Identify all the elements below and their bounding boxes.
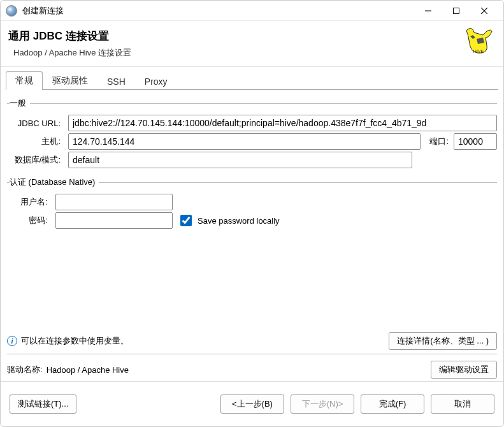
username-label: 用户名:: [7, 196, 50, 208]
close-icon: [481, 8, 487, 14]
page-title: 通用 JDBC 连接设置: [8, 29, 464, 43]
tab-proxy[interactable]: Proxy: [135, 73, 177, 90]
save-password-label: Save password locally: [198, 216, 280, 226]
dialog-window: 创建新连接 通用 JDBC 连接设置 Hadoop / Apache Hive …: [0, 0, 504, 427]
titlebar: 创建新连接: [1, 1, 503, 21]
hive-logo-icon: HIVE: [464, 26, 493, 55]
database-input[interactable]: [68, 152, 412, 168]
password-label: 密码:: [7, 215, 50, 226]
svg-rect-1: [454, 8, 459, 13]
cancel-button[interactable]: 取消: [431, 394, 494, 414]
maximize-button[interactable]: [442, 1, 470, 20]
password-input[interactable]: [55, 212, 173, 229]
group-general-legend: 一般: [10, 98, 30, 109]
edit-driver-button[interactable]: 编辑驱动设置: [431, 361, 497, 379]
info-icon: i: [7, 336, 17, 346]
dialog-header: 通用 JDBC 连接设置 Hadoop / Apache Hive 连接设置 H…: [1, 21, 503, 67]
group-general: 一般 JDBC URL: 主机: 端口: 数据库/模式:: [7, 98, 497, 170]
next-button[interactable]: 下一步(N)>: [291, 394, 354, 414]
group-auth-legend: 认证 (Database Native): [10, 177, 99, 188]
minimize-button[interactable]: [414, 1, 442, 20]
tab-bar: 常规 驱动属性 SSH Proxy: [1, 67, 503, 89]
maximize-icon: [453, 8, 459, 14]
test-connection-button[interactable]: 测试链接(T)...: [10, 394, 76, 414]
minimize-icon: [425, 8, 431, 14]
tab-content: 一般 JDBC URL: 主机: 端口: 数据库/模式: 认证 (Databas…: [1, 90, 503, 381]
driver-name-label: 驱动名称:: [7, 364, 43, 375]
port-input[interactable]: [454, 133, 497, 150]
app-icon: [6, 5, 17, 17]
tab-general[interactable]: 常规: [6, 71, 43, 90]
save-password-checkbox[interactable]: [180, 215, 192, 226]
host-label: 主机:: [7, 136, 63, 147]
driver-name-value: Hadoop / Apache Hive: [47, 365, 129, 375]
finish-button[interactable]: 完成(F): [361, 394, 424, 414]
close-button[interactable]: [470, 1, 498, 20]
group-auth: 认证 (Database Native) 用户名: 密码: Save passw…: [7, 177, 497, 231]
window-title: 创建新连接: [22, 5, 64, 17]
port-label: 端口:: [429, 136, 449, 147]
database-label: 数据库/模式:: [7, 154, 63, 166]
tab-driver-properties[interactable]: 驱动属性: [43, 71, 97, 90]
page-subtitle: Hadoop / Apache Hive 连接设置: [13, 47, 464, 59]
dialog-footer: 测试链接(T)... <上一步(B) 下一步(N)> 完成(F) 取消: [1, 381, 503, 426]
tab-ssh[interactable]: SSH: [97, 73, 135, 90]
username-input[interactable]: [55, 194, 173, 210]
variables-hint: 可以在连接参数中使用变量。: [21, 335, 129, 347]
host-input[interactable]: [68, 133, 421, 150]
svg-text:HIVE: HIVE: [473, 49, 484, 54]
back-button[interactable]: <上一步(B): [220, 394, 284, 414]
jdbc-url-label: JDBC URL:: [7, 119, 63, 128]
connection-details-button[interactable]: 连接详情(名称、类型 ... ): [389, 332, 497, 350]
jdbc-url-input[interactable]: [68, 115, 497, 131]
